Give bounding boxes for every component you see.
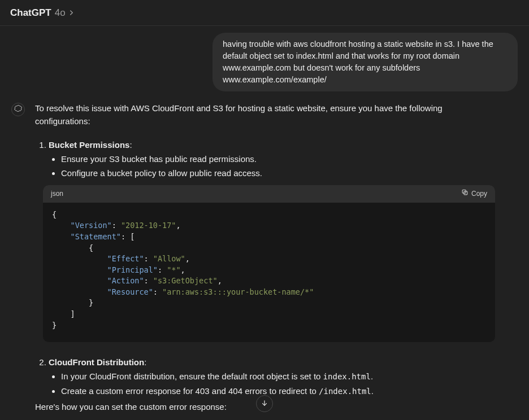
section2-bullets: In your CloudFront distribution, ensure … xyxy=(49,370,495,397)
section-bucket-permissions: Bucket Permissions: Ensure your S3 bucke… xyxy=(49,138,495,343)
section2-colon: : xyxy=(144,357,146,367)
inline-code: index.html xyxy=(323,372,371,381)
topbar: ChatGPT 4o xyxy=(0,0,529,26)
section2-bullet-1: In your CloudFront distribution, ensure … xyxy=(61,370,495,383)
main-ordered-list: Bucket Permissions: Ensure your S3 bucke… xyxy=(35,138,495,420)
error-response-steps: Go to your CloudFront distribution. Clic… xyxy=(49,418,495,420)
chat-area: having trouble with aws cloudfront hosti… xyxy=(0,26,529,420)
step-1: Go to your CloudFront distribution. xyxy=(67,418,495,420)
scroll-to-bottom-button[interactable] xyxy=(256,395,273,412)
model-selector[interactable]: ChatGPT 4o xyxy=(10,7,74,19)
code-block: json Copy { "Version": xyxy=(43,185,495,342)
model-name: 4o xyxy=(55,7,66,19)
user-message-row: having trouble with aws cloudfront hosti… xyxy=(11,33,518,91)
copy-icon xyxy=(461,189,469,199)
code-lang-label: json xyxy=(51,189,63,199)
section1-colon: : xyxy=(129,140,132,150)
section1-bullet-2: Configure a bucket policy to allow publi… xyxy=(61,167,495,180)
user-message-bubble: having trouble with aws cloudfront hosti… xyxy=(213,33,518,91)
section1-bullets: Ensure your S3 bucket has public read pe… xyxy=(49,152,495,180)
copy-button[interactable]: Copy xyxy=(461,189,487,199)
section1-bullet-1: Ensure your S3 bucket has public read pe… xyxy=(61,152,495,165)
section2-bullet-2: Create a custom error response for 403 a… xyxy=(61,384,495,398)
copy-label: Copy xyxy=(471,189,487,199)
code-header: json Copy xyxy=(43,185,495,203)
section2-title: CloudFront Distribution xyxy=(49,357,144,367)
inline-code: /index.html xyxy=(319,387,371,396)
section1-title: Bucket Permissions xyxy=(49,140,129,150)
assistant-avatar xyxy=(11,103,25,116)
assistant-message-row: To resolve this issue with AWS CloudFron… xyxy=(11,102,518,420)
chevron-right-icon xyxy=(69,9,74,17)
arrow-down-icon xyxy=(261,399,268,409)
user-message-text: having trouble with aws cloudfront hosti… xyxy=(223,40,493,84)
openai-logo-icon xyxy=(14,104,23,115)
brand-name: ChatGPT xyxy=(10,7,51,19)
section-cloudfront-distribution: CloudFront Distribution: In your CloudFr… xyxy=(49,356,495,420)
assistant-intro: To resolve this issue with AWS CloudFron… xyxy=(35,102,495,128)
assistant-message-body: To resolve this issue with AWS CloudFron… xyxy=(35,102,518,420)
code-content[interactable]: { "Version": "2012-10-17", "Statement": … xyxy=(43,203,495,342)
